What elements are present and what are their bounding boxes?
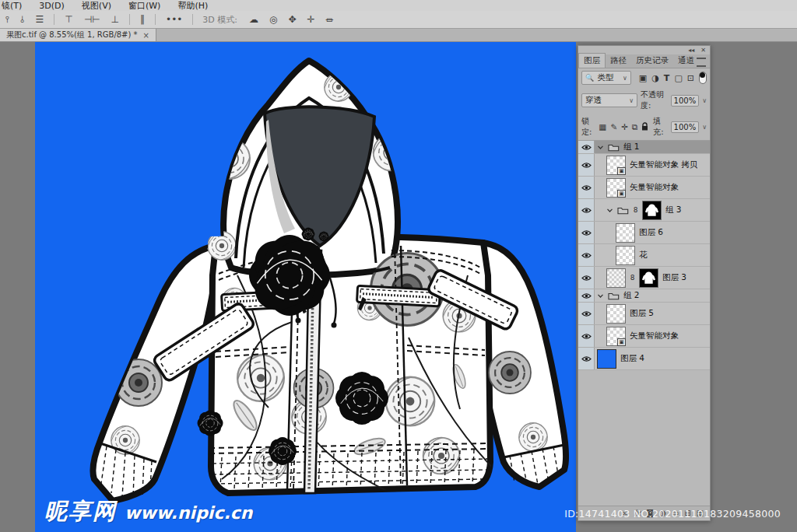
layer-name[interactable]: 花 (639, 250, 648, 261)
layer-row[interactable]: 图层 6 (578, 222, 710, 244)
visibility-eye-icon[interactable] (578, 244, 595, 266)
align-center-icon[interactable]: ‖ (140, 15, 145, 24)
layer-name[interactable]: 组 3 (665, 205, 682, 215)
visibility-eye-icon[interactable] (578, 154, 595, 176)
close-panel-icon[interactable]: ✕ (700, 47, 706, 54)
layer-row[interactable]: 8组 3 (578, 199, 710, 222)
more-options-icon[interactable]: ••• (166, 15, 182, 24)
layer-name[interactable]: 图层 6 (639, 227, 663, 238)
tab-history[interactable]: 历史记录 (631, 54, 673, 68)
layer-thumbnail[interactable] (606, 268, 626, 288)
lock-position-icon[interactable]: ✛ (621, 122, 628, 131)
distribute-vertical-icon[interactable]: ⫯ (5, 15, 9, 24)
layer-name[interactable]: 图层 4 (620, 353, 644, 364)
align-middle-icon[interactable]: ⊣⊢ (84, 15, 100, 24)
layer-thumbnail[interactable] (606, 304, 626, 324)
filter-toggle-switch[interactable] (699, 72, 707, 84)
visibility-eye-icon[interactable] (578, 199, 595, 221)
layer-row[interactable]: ▣矢量智能对象 拷贝 (578, 154, 710, 177)
layer-name[interactable]: 组 2 (623, 290, 640, 301)
blend-mode-select[interactable]: 穿透 ∨ (581, 93, 637, 107)
layer-row[interactable]: 图层 4 (578, 348, 710, 370)
nipic-watermark: 昵享网www.nipic.cn (44, 496, 253, 527)
layer-name[interactable]: 矢量智能对象 拷贝 (630, 159, 697, 170)
document-tab[interactable]: 果图c.tif @ 8.55%(组 1, RGB/8#) * × (0, 29, 156, 41)
fill-value[interactable]: 100% (671, 121, 700, 133)
menu-window[interactable]: 窗口(W) (128, 2, 160, 10)
expand-chevron-icon[interactable] (597, 144, 604, 151)
layer-name[interactable]: 图层 3 (662, 272, 686, 283)
layer-row[interactable]: 花 (578, 244, 710, 267)
layer-thumbnail[interactable]: ▣ (606, 327, 626, 346)
layer-row[interactable]: ▣矢量智能对象 (578, 177, 710, 199)
nipic-url: www.nipic.cn (125, 503, 253, 523)
layer-thumbnail[interactable] (616, 246, 635, 265)
layer-thumbnail[interactable] (597, 349, 616, 369)
layer-row[interactable]: 8图层 3 (578, 267, 710, 289)
options-bar: ⫯ ⫰ ☰ ⊤ ⊣⊢ ⊥ ‖ ••• 3D 模式: ☁ ◎ ✥ ✛ ⏛ (0, 11, 797, 29)
lock-pixels-icon[interactable]: ✎ (610, 122, 617, 131)
layer-row[interactable]: 组 2 (578, 289, 710, 303)
visibility-eye-icon[interactable] (578, 177, 595, 198)
filter-kind-select[interactable]: 🔍 类型 ∨ (581, 71, 631, 85)
visibility-eye-icon[interactable] (578, 325, 595, 347)
layer-mask-thumbnail[interactable] (639, 268, 658, 288)
expand-chevron-icon[interactable] (597, 292, 604, 299)
panel-menu-icon[interactable] (697, 58, 706, 67)
chevron-down-icon[interactable]: ∨ (702, 97, 707, 104)
align-bottom-icon[interactable]: ⊥ (111, 15, 119, 24)
opacity-value[interactable]: 100% (671, 95, 700, 107)
layer-row[interactable]: 图层 5 (578, 303, 710, 325)
visibility-eye-icon[interactable] (578, 348, 595, 369)
layer-name[interactable]: 组 1 (623, 142, 640, 152)
layer-thumbnail[interactable]: ▣ (606, 178, 626, 198)
document-tab-bar: 果图c.tif @ 8.55%(组 1, RGB/8#) * × (0, 29, 797, 42)
3d-pan-icon[interactable]: ✥ (288, 15, 296, 24)
lock-artboard-icon[interactable]: ⧉ (632, 122, 638, 132)
mask-link-icon[interactable]: 8 (630, 274, 635, 282)
visibility-eye-icon[interactable] (578, 267, 595, 289)
filter-kind-label: 类型 (597, 72, 613, 83)
filter-adjustment-icon[interactable]: ◑ (651, 73, 659, 83)
filter-shape-icon[interactable]: ▢ (674, 73, 682, 83)
chevron-down-icon[interactable]: ∨ (702, 124, 707, 131)
document-canvas[interactable]: 昵享网www.nipic.cn (35, 42, 576, 532)
distribute-center-icon[interactable]: ⫰ (20, 15, 24, 24)
menu-filter[interactable]: 镜(T) (2, 2, 22, 10)
layer-name[interactable]: 图层 5 (630, 308, 654, 319)
visibility-eye-icon[interactable] (578, 303, 595, 324)
opacity-label: 不透明度: (641, 89, 668, 111)
layer-name[interactable]: 矢量智能对象 (630, 182, 679, 193)
layer-name[interactable]: 矢量智能对象 (630, 331, 679, 341)
3d-camera-icon[interactable]: ⏛ (326, 15, 334, 24)
lock-transparency-icon[interactable]: ▦ (599, 122, 606, 131)
visibility-eye-icon[interactable] (578, 289, 595, 302)
distribute-horizontal-icon[interactable]: ☰ (35, 15, 44, 24)
layer-row[interactable]: ▣矢量智能对象 (578, 325, 710, 348)
layer-thumbnail[interactable] (616, 223, 635, 243)
filter-pixel-icon[interactable]: ▣ (639, 73, 647, 83)
tab-layers[interactable]: 图层 (578, 53, 606, 68)
3d-orbit-icon[interactable]: ☁ (249, 15, 258, 24)
layer-row[interactable]: 组 1 (578, 141, 710, 154)
filter-smart-icon[interactable]: ⊡ (687, 73, 694, 83)
chevron-down-icon: ∨ (629, 97, 634, 104)
3d-slide-icon[interactable]: ✛ (307, 15, 315, 24)
collapse-panel-icon[interactable]: ◂◂ (688, 47, 694, 54)
3d-roll-icon[interactable]: ◎ (269, 15, 277, 24)
visibility-eye-icon[interactable] (578, 222, 595, 243)
tab-paths[interactable]: 路径 (606, 54, 631, 68)
menu-3d[interactable]: 3D(D) (39, 2, 65, 10)
close-tab-icon[interactable]: × (143, 31, 149, 40)
menu-view[interactable]: 视图(V) (82, 2, 111, 10)
tab-channels[interactable]: 通道 (673, 54, 699, 68)
menu-help[interactable]: 帮助(H) (177, 2, 208, 10)
layer-mask-thumbnail[interactable] (642, 201, 662, 220)
layer-thumbnail[interactable]: ▣ (606, 156, 626, 175)
lock-all-icon[interactable] (641, 122, 648, 132)
align-top-icon[interactable]: ⊤ (65, 15, 72, 24)
expand-chevron-icon[interactable] (606, 207, 613, 214)
mask-link-icon[interactable]: 8 (633, 206, 638, 214)
filter-type-icon[interactable]: T (664, 73, 670, 83)
visibility-eye-icon[interactable] (578, 141, 595, 153)
